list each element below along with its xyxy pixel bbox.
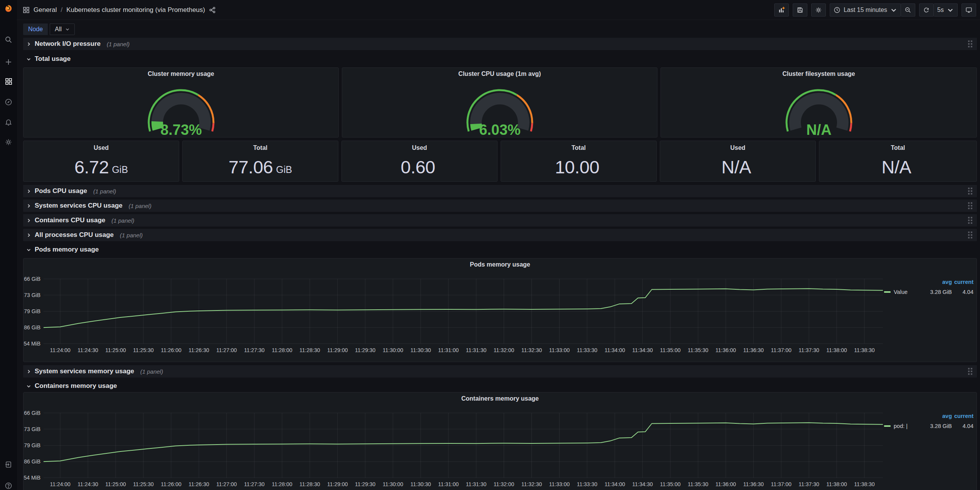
explore-compass-icon[interactable] (4, 98, 13, 106)
svg-text:11:25:00: 11:25:00 (105, 347, 126, 353)
svg-text:11:38:00: 11:38:00 (826, 347, 847, 353)
variables-submenu: Node All (23, 23, 75, 35)
variable-node-label: Node (23, 23, 48, 35)
legend-series-name[interactable]: Value (884, 289, 919, 295)
stat-value: 6.72GiB (24, 154, 179, 180)
panel-memory-used: Used 6.72GiB (23, 141, 179, 182)
legend-col-avg[interactable]: avg (919, 413, 952, 419)
row-title: System services memory usage (35, 368, 134, 375)
search-icon[interactable] (4, 35, 13, 44)
row-all-processes-cpu-usage[interactable]: All processes CPU usage (1 panel) (23, 229, 977, 241)
chevron-down-icon (65, 27, 70, 32)
svg-text:11:38:00: 11:38:00 (826, 481, 847, 487)
legend-avg-value: 3.28 GiB (919, 289, 952, 295)
stat-unit: GiB (112, 164, 128, 175)
nav-sidebar (0, 0, 17, 490)
stat-title[interactable]: Total (183, 144, 338, 151)
row-containers-memory-usage[interactable]: Containers memory usage (23, 381, 977, 391)
svg-text:11:37:30: 11:37:30 (798, 347, 819, 353)
svg-text:11:24:30: 11:24:30 (77, 481, 98, 487)
svg-text:11:28:00: 11:28:00 (272, 347, 292, 353)
panel-containers-memory-usage: Containers memory usage 954 MiB1.86 GiB2… (23, 392, 977, 490)
time-range-picker[interactable]: Last 15 minutes (830, 3, 901, 17)
row-panel-count: (1 panel) (129, 203, 151, 209)
stat-title[interactable]: Total (819, 144, 977, 151)
row-drag-handle[interactable] (967, 230, 974, 240)
panel-cpu-used: Used 0.60 (341, 141, 498, 182)
variable-node-select[interactable]: All (50, 23, 75, 35)
row-containers-cpu-usage[interactable]: Containers CPU usage (1 panel) (23, 214, 977, 227)
svg-text:11:30:30: 11:30:30 (410, 481, 431, 487)
panel-title[interactable]: Cluster memory usage (24, 70, 338, 77)
svg-text:1.86 GiB: 1.86 GiB (24, 458, 40, 465)
svg-text:11:29:30: 11:29:30 (355, 481, 376, 487)
add-panel-button[interactable] (774, 3, 789, 17)
panel-cluster-cpu-usage: Cluster CPU usage (1m avg) 6.03% (342, 67, 657, 138)
svg-text:11:33:30: 11:33:30 (577, 347, 598, 353)
stat-title[interactable]: Total (501, 144, 656, 151)
stat-number: N/A (882, 156, 911, 178)
legend-header: avg current (884, 411, 973, 421)
svg-text:2.79 GiB: 2.79 GiB (24, 442, 40, 448)
stat-title[interactable]: Used (660, 144, 815, 151)
chevron-right-icon (26, 218, 31, 223)
save-dashboard-button[interactable] (793, 3, 807, 17)
dashboards-icon[interactable] (4, 77, 13, 86)
breadcrumb-dashboard-title[interactable]: Kubernetes cluster monitoring (via Prome… (66, 6, 205, 14)
row-total-usage[interactable]: Total usage (23, 54, 977, 64)
legend-current-value: 4.04 (952, 423, 973, 429)
legend-series-row: pod: | 3.28 GiB 4.04 (884, 421, 973, 431)
chevron-right-icon (26, 233, 31, 238)
grafana-logo-icon[interactable] (2, 2, 15, 15)
refresh-button[interactable] (919, 3, 934, 17)
row-drag-handle[interactable] (967, 201, 974, 211)
alerting-bell-icon[interactable] (4, 118, 13, 126)
refresh-interval-picker[interactable]: 5s (934, 3, 958, 17)
svg-text:11:29:30: 11:29:30 (355, 347, 376, 353)
svg-text:N/A: N/A (806, 122, 831, 137)
stat-value: N/A (660, 154, 815, 180)
svg-text:11:33:30: 11:33:30 (577, 481, 598, 487)
row-pods-cpu-usage[interactable]: Pods CPU usage (1 panel) (23, 185, 977, 197)
row-system-services-memory-usage[interactable]: System services memory usage (1 panel) (23, 365, 977, 378)
row-system-services-cpu-usage[interactable]: System services CPU usage (1 panel) (23, 200, 977, 212)
share-icon[interactable] (209, 7, 216, 13)
svg-text:3.73 GiB: 3.73 GiB (24, 292, 40, 298)
chevron-right-icon (26, 189, 31, 194)
stat-title[interactable]: Used (342, 144, 497, 151)
svg-text:11:25:30: 11:25:30 (133, 481, 154, 487)
sign-in-icon[interactable] (4, 460, 13, 469)
create-plus-icon[interactable] (4, 58, 13, 66)
chevron-right-icon (26, 42, 31, 47)
help-icon[interactable] (4, 482, 13, 490)
panel-title[interactable]: Cluster filesystem usage (661, 70, 977, 77)
row-drag-handle[interactable] (967, 186, 974, 196)
stat-title[interactable]: Used (24, 144, 179, 151)
legend-col-avg[interactable]: avg (919, 279, 952, 285)
panel-title[interactable]: Cluster CPU usage (1m avg) (342, 70, 657, 77)
time-series-plot[interactable]: 954 MiB1.86 GiB2.79 GiB3.73 GiB4.66 GiB1… (24, 258, 977, 362)
row-drag-handle[interactable] (967, 39, 974, 49)
svg-text:11:33:00: 11:33:00 (549, 347, 570, 353)
svg-text:1.86 GiB: 1.86 GiB (24, 324, 40, 331)
dashboard-settings-button[interactable] (811, 3, 826, 17)
svg-text:11:29:00: 11:29:00 (327, 481, 348, 487)
chevron-down-icon (26, 247, 31, 252)
row-drag-handle[interactable] (967, 215, 974, 225)
zoom-out-time-button[interactable] (901, 3, 915, 17)
legend-col-current[interactable]: current (952, 279, 973, 285)
configuration-gear-icon[interactable] (4, 138, 13, 146)
time-series-plot[interactable]: 954 MiB1.86 GiB2.79 GiB3.73 GiB4.66 GiB1… (24, 393, 977, 490)
variable-node-value: All (55, 26, 62, 33)
row-pods-memory-usage[interactable]: Pods memory usage (23, 244, 977, 255)
row-network-io-pressure[interactable]: Network I/O pressure (1 panel) (23, 38, 977, 50)
svg-text:11:24:30: 11:24:30 (77, 347, 98, 353)
svg-text:11:31:00: 11:31:00 (438, 347, 459, 353)
legend-col-current[interactable]: current (952, 413, 973, 419)
svg-text:11:37:30: 11:37:30 (798, 481, 819, 487)
legend-series-name[interactable]: pod: | (884, 423, 919, 429)
row-drag-handle[interactable] (967, 366, 974, 376)
chevron-down-icon (26, 57, 31, 62)
breadcrumb-folder[interactable]: General (34, 6, 57, 14)
kiosk-mode-button[interactable] (962, 3, 976, 17)
